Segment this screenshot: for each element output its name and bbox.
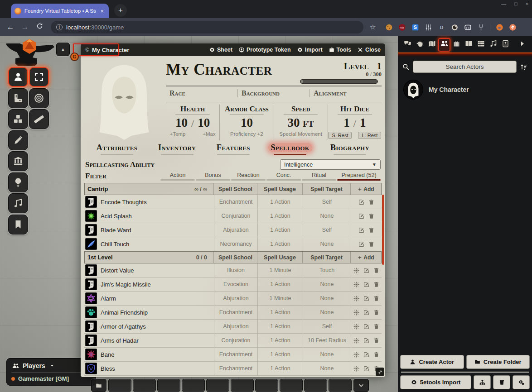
macro-slot[interactable]	[304, 379, 327, 392]
delete-button[interactable]	[493, 375, 510, 389]
add-spell-button[interactable]: Add	[350, 252, 381, 263]
sort-icon[interactable]	[520, 63, 527, 71]
section-slots[interactable]: ∞ / ∞	[194, 186, 213, 192]
create-folder-button[interactable]: Create Folder	[466, 355, 530, 369]
sidebar-tab-settings[interactable]	[512, 38, 516, 51]
sidebar-tab-journal[interactable]	[463, 38, 475, 52]
header-button-sheet[interactable]: Sheet	[209, 47, 232, 53]
toolbar-select-tool[interactable]	[29, 67, 49, 87]
sidebar-tab-scenes[interactable]	[426, 38, 438, 52]
prepare-toggle-icon[interactable]	[353, 296, 359, 301]
edit-spell-icon[interactable]	[363, 296, 369, 301]
settings-button[interactable]	[513, 375, 530, 389]
spell-name-cell[interactable]: Chill Touch	[84, 238, 214, 250]
sidebar-tab-chat[interactable]	[401, 38, 414, 52]
browser-tab[interactable]: Foundry Virtual Tabletop • A Stan ×	[11, 4, 109, 18]
sidebar-tab-playlists[interactable]	[487, 38, 499, 52]
create-actor-button[interactable]: Create Actor	[400, 355, 464, 369]
player-entry[interactable]: Gamemaster [GM]	[11, 373, 91, 382]
extension-avatar-orange-icon[interactable]	[495, 23, 503, 31]
spell-paw-icon[interactable]	[85, 306, 97, 318]
macro-slot[interactable]	[280, 379, 303, 392]
macro-folder-button[interactable]	[91, 379, 106, 392]
macro-slot[interactable]	[255, 379, 278, 392]
edit-spell-icon[interactable]	[358, 199, 364, 205]
sidebar-tab-items[interactable]	[450, 38, 463, 52]
prepare-toggle-icon[interactable]	[353, 352, 359, 358]
macro-slot[interactable]	[157, 379, 180, 392]
prepare-toggle-icon[interactable]	[353, 338, 359, 344]
maximize-icon[interactable]: □	[514, 1, 517, 6]
extension-upload-orange-icon[interactable]	[508, 23, 517, 31]
spell-name-cell[interactable]: Bless	[84, 363, 214, 374]
sidebar-tab-actors[interactable]	[438, 38, 450, 52]
filter-bonus[interactable]: Bonus	[196, 172, 230, 181]
edit-spell-icon[interactable]	[363, 366, 369, 372]
section-slots[interactable]: 0 / 0	[196, 254, 213, 261]
toolbar-ruler-tool[interactable]	[29, 109, 49, 129]
temp-hp-label[interactable]: +Temp	[169, 131, 185, 137]
tab-biography[interactable]: Biography	[328, 143, 372, 155]
toolbar-lighting-controls[interactable]	[8, 172, 28, 192]
toolbar-drawing-tools[interactable]	[8, 130, 28, 150]
character-portrait[interactable]	[84, 60, 164, 140]
race-field[interactable]: Race	[166, 89, 237, 97]
edit-spell-icon[interactable]	[358, 227, 364, 233]
health-stat[interactable]: Health 10/10 +Temp+Max	[166, 105, 219, 140]
macro-slot[interactable]	[108, 379, 131, 392]
extension-fork-icon[interactable]	[477, 23, 485, 31]
spell-scroll-icon[interactable]	[85, 196, 97, 208]
character-name[interactable]: My Character	[166, 60, 300, 80]
sidebar-tab-combat[interactable]	[414, 38, 426, 52]
edit-spell-icon[interactable]	[363, 282, 369, 287]
delete-spell-icon[interactable]	[373, 296, 379, 301]
macro-slot[interactable]	[133, 379, 156, 392]
hotbar-page-down-button[interactable]	[353, 379, 369, 392]
spell-name-cell[interactable]: Distort Value	[84, 264, 214, 276]
spell-name-cell[interactable]: Armor of Agathys	[84, 320, 214, 332]
extension-d-letter-icon[interactable]: D	[437, 23, 445, 31]
delete-spell-icon[interactable]	[368, 199, 374, 205]
header-button-close[interactable]: Close	[358, 47, 381, 53]
tab-close-icon[interactable]: ×	[99, 8, 105, 14]
extension-sliders-icon[interactable]	[424, 23, 432, 31]
sidebar-tab-collapse[interactable]	[516, 38, 528, 52]
nav-collapse-button[interactable]: ▲	[56, 43, 70, 56]
prepare-toggle-icon[interactable]	[353, 268, 359, 273]
long-rest-button[interactable]: L. Rest	[358, 132, 381, 139]
header-button-prototype-token[interactable]: Prototype Token	[239, 47, 291, 53]
forward-icon[interactable]: →	[19, 23, 31, 32]
spell-scroll-icon[interactable]	[85, 224, 97, 236]
xp-text[interactable]: 0 / 300	[300, 71, 382, 78]
edit-spell-icon[interactable]	[363, 268, 369, 273]
spellcasting-ability-select[interactable]: Intelligence ▼	[280, 159, 381, 170]
filter-reaction[interactable]: Reaction	[231, 172, 266, 181]
back-icon[interactable]: ←	[5, 23, 16, 32]
macro-slot[interactable]	[206, 379, 229, 392]
spell-name-cell[interactable]: Bane	[84, 349, 214, 360]
tab-features[interactable]: Features	[214, 143, 253, 155]
prepare-toggle-icon[interactable]	[353, 366, 359, 372]
extension-cookie-icon[interactable]	[385, 23, 393, 31]
prepare-toggle-icon[interactable]	[353, 324, 359, 330]
delete-spell-icon[interactable]	[368, 241, 374, 247]
edit-spell-icon[interactable]	[358, 241, 364, 247]
5etools-import-button[interactable]: 5etools Import	[400, 375, 471, 389]
hit-dice-stat[interactable]: Hit Dice 1/1 S. Rest L. Rest	[328, 105, 382, 140]
delete-spell-icon[interactable]	[373, 338, 379, 344]
edit-spell-icon[interactable]	[363, 324, 369, 330]
filter-conc-[interactable]: Conc.	[266, 172, 301, 181]
spell-name-cell[interactable]: Alarm	[84, 292, 214, 304]
toolbar-tile-controls[interactable]	[8, 109, 28, 129]
edit-spell-icon[interactable]	[363, 338, 369, 344]
prepare-toggle-icon[interactable]	[353, 282, 359, 287]
sidebar-tab-compendium[interactable]	[499, 38, 512, 52]
alignment-field[interactable]: Alignment	[310, 89, 382, 97]
edit-spell-icon[interactable]	[358, 213, 364, 219]
spell-name-cell[interactable]: Encode Thoughts	[84, 196, 214, 208]
spell-name-cell[interactable]: Blade Ward	[84, 224, 214, 236]
spell-acid-icon[interactable]	[85, 210, 97, 222]
scrollbar-thumb[interactable]	[382, 195, 384, 265]
spell-scroll-icon[interactable]	[85, 320, 97, 332]
tab-attributes[interactable]: Attributes	[94, 143, 140, 155]
